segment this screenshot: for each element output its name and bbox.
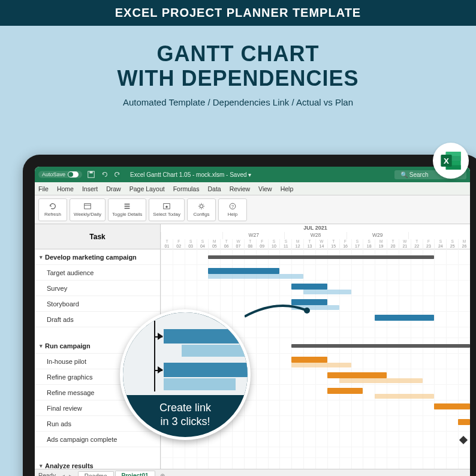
svg-rect-8	[85, 204, 91, 209]
callout-text: Create link in 3 clicks!	[123, 395, 248, 428]
gantt-bar[interactable]	[208, 255, 434, 259]
gantt-bar[interactable]	[327, 372, 387, 378]
task-row[interactable]	[35, 447, 160, 458]
svg-point-14	[165, 206, 168, 208]
svg-point-15	[200, 204, 203, 207]
spreadsheet-grid[interactable]: Task Develop marketing campaignTarget au…	[35, 224, 470, 469]
search-placeholder: Search	[409, 171, 429, 178]
menu-view[interactable]: View	[258, 185, 272, 192]
gantt-bar[interactable]	[434, 403, 470, 409]
weekly-daily-button[interactable]: Weekly/Daily	[70, 198, 106, 221]
undo-icon[interactable]	[100, 170, 109, 179]
gantt-bar[interactable]	[291, 363, 351, 367]
top-banner: EXCEL PROJECT PLANNER TEMPLATE	[0, 0, 476, 26]
menubar: File Home Insert Draw Page Layout Formul…	[35, 182, 470, 195]
menu-file[interactable]: File	[38, 185, 49, 192]
title-line2: WITH DEPENDENCIES	[0, 66, 476, 91]
svg-text:?: ?	[231, 204, 234, 209]
menu-home[interactable]: Home	[57, 185, 74, 192]
save-icon[interactable]	[87, 170, 95, 179]
screen: AutoSave Excel Gantt Chart 1.05 - mock.x…	[35, 167, 470, 476]
gantt-bar[interactable]	[327, 388, 363, 394]
task-header: Task	[35, 224, 160, 249]
titlebar: AutoSave Excel Gantt Chart 1.05 - mock.x…	[35, 167, 470, 182]
gantt-bar[interactable]	[291, 357, 327, 363]
status-ready: Ready	[38, 472, 56, 476]
menu-page-layout[interactable]: Page Layout	[129, 185, 165, 192]
gantt-bar[interactable]	[208, 268, 279, 274]
gantt-bar[interactable]	[208, 274, 303, 279]
tab-nav-arrows[interactable]: ◂ ▸	[62, 472, 73, 476]
refresh-button[interactable]: Refresh	[38, 198, 67, 221]
gantt-bar[interactable]	[291, 299, 327, 305]
month-label: JUL 2021	[303, 225, 327, 231]
menu-review[interactable]: Review	[230, 185, 250, 192]
task-row[interactable]: Survey	[35, 281, 160, 296]
toggle-icon	[68, 171, 79, 177]
tab-readme[interactable]: Readme	[78, 471, 114, 477]
daynum-row: 0102030405060708091011121314151617181920…	[161, 244, 470, 249]
gantt-bar[interactable]	[291, 284, 327, 290]
configs-button[interactable]: Configs	[187, 198, 216, 221]
week-row: W27W28W29	[161, 232, 470, 239]
redo-icon[interactable]	[113, 170, 122, 179]
gantt-bar[interactable]	[375, 394, 434, 399]
svg-text:X: X	[444, 156, 449, 165]
hero-subtitle: Automated Template / Dependencies Link /…	[0, 97, 476, 107]
task-row[interactable]: Develop marketing campaign	[35, 249, 160, 265]
autosave-toggle[interactable]: AutoSave	[38, 171, 82, 178]
menu-insert[interactable]: Insert	[82, 185, 98, 192]
gantt-bar[interactable]	[303, 290, 351, 294]
toggle-details-button[interactable]: Toggle Details	[108, 198, 146, 221]
menu-draw[interactable]: Draw	[106, 185, 121, 192]
ribbon: Refresh Weekly/Daily Toggle Details Sele…	[35, 195, 470, 224]
task-row[interactable]: Storyboard	[35, 296, 160, 312]
callout-circle: Create link in 3 clicks!	[120, 309, 251, 440]
dayweek-row: TFSSMTWTFSSMTWTFSSMTWTFSSM	[161, 239, 470, 244]
gantt-bar[interactable]	[339, 378, 423, 383]
menu-help[interactable]: Help	[281, 185, 294, 192]
timeline-header: JUL 2021 W27W28W29 TFSSMTWTFSSMTWTFSSMTW…	[161, 224, 470, 249]
svg-rect-7	[89, 171, 92, 174]
gantt-bar[interactable]	[458, 419, 470, 425]
excel-icon: X	[433, 143, 469, 179]
sheet-tabs: Ready ◂ ▸ Readme Project01 ⊕	[35, 469, 470, 476]
task-row[interactable]: Draft ads	[35, 312, 160, 327]
gantt-bar[interactable]	[291, 305, 339, 310]
task-row[interactable]: Analyze results	[35, 458, 160, 469]
select-today-button[interactable]: Select Today	[149, 198, 185, 221]
filename[interactable]: Excel Gantt Chart 1.05 - mock.xlsm - Sav…	[130, 171, 251, 178]
autosave-label: AutoSave	[42, 171, 65, 177]
gantt-bar[interactable]	[291, 344, 470, 348]
help-button[interactable]: ?Help	[218, 198, 247, 221]
hero-title: GANTT CHART WITH DEPENDENCIES	[0, 41, 476, 91]
menu-data[interactable]: Data	[207, 185, 221, 192]
task-row[interactable]: Ads campaign complete	[35, 432, 160, 447]
title-line1: GANTT CHART	[0, 41, 476, 66]
menu-formulas[interactable]: Formulas	[173, 185, 200, 192]
laptop-frame: AutoSave Excel Gantt Chart 1.05 - mock.x…	[23, 155, 476, 476]
task-row[interactable]: Target audience	[35, 265, 160, 281]
tab-project01[interactable]: Project01	[115, 471, 155, 477]
tab-add[interactable]: ⊕	[156, 472, 168, 476]
gantt-bar[interactable]	[375, 315, 434, 321]
